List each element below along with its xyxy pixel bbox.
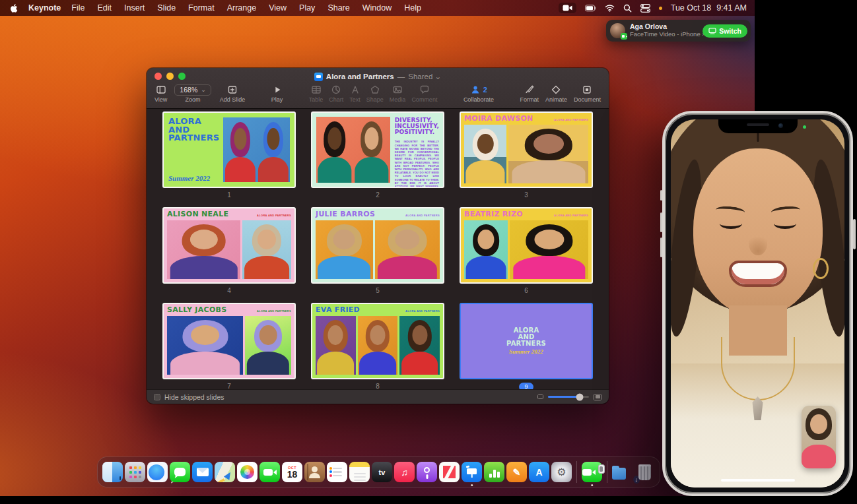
menu-play[interactable]: Play xyxy=(299,3,315,13)
menu-insert[interactable]: Insert xyxy=(124,3,145,13)
dock-downloads-icon[interactable]: ↓ xyxy=(612,462,633,482)
dock-finder-icon[interactable] xyxy=(102,462,123,482)
menu-view[interactable]: View xyxy=(269,3,287,13)
facetime-video-badge-icon xyxy=(621,33,627,40)
toolbar-text[interactable]: Text xyxy=(349,84,360,103)
menu-file[interactable]: File xyxy=(71,3,85,13)
shared-menu[interactable]: Shared ⌄ xyxy=(408,72,441,81)
shirt xyxy=(513,256,585,279)
dock-pages-icon[interactable]: ✎ xyxy=(506,462,527,482)
shirt xyxy=(512,160,585,183)
slider-knob[interactable] xyxy=(576,393,584,400)
slide-thumbnail-4[interactable]: ALISON NEALEALORA AND PARTNERS xyxy=(162,207,296,284)
slide-thumbnail-6[interactable]: BEATRIZ RIZOALORA AND PARTNERS xyxy=(460,207,593,284)
control-center-icon[interactable] xyxy=(640,4,650,13)
person xyxy=(242,220,291,279)
menu-window[interactable]: Window xyxy=(362,3,392,13)
large-thumbnails-icon[interactable] xyxy=(594,394,601,400)
toolbar-view[interactable]: View xyxy=(154,84,167,103)
menu-help[interactable]: Help xyxy=(404,3,421,13)
slide-thumbnail-3[interactable]: MOIRA DAWSONALORA AND PARTNERS xyxy=(460,111,593,188)
shirt xyxy=(244,256,289,279)
toolbar-table[interactable]: Table xyxy=(309,84,324,103)
menu-arrange[interactable]: Arrange xyxy=(227,3,256,13)
slide-thumbnail-1[interactable]: ALORA AND PARTNERSSummer 2022 xyxy=(162,111,296,188)
screen-video-icon[interactable] xyxy=(559,3,576,13)
dock-launchpad-icon[interactable] xyxy=(125,462,145,482)
dock-facetime-iphone-icon[interactable] xyxy=(582,462,602,482)
face xyxy=(364,127,378,150)
slide-number: 6 xyxy=(524,287,528,295)
toolbar-zoom[interactable]: 168%⌄Zoom xyxy=(174,84,211,103)
play-icon xyxy=(273,84,282,96)
hide-skipped-checkbox[interactable] xyxy=(154,394,160,400)
toolbar-animate[interactable]: Animate xyxy=(545,84,567,103)
wifi-icon[interactable] xyxy=(605,4,615,12)
menu-status-area: Tue Oct 189:41 AM xyxy=(559,3,747,13)
shirt xyxy=(359,352,396,375)
shirt xyxy=(466,256,506,279)
slide-photo xyxy=(245,316,291,375)
dock-notes-icon[interactable] xyxy=(349,462,370,482)
shirt xyxy=(401,352,438,375)
dock-mail-icon[interactable] xyxy=(192,462,213,482)
face xyxy=(191,325,220,345)
menu-clock[interactable]: Tue Oct 189:41 AM xyxy=(671,3,747,13)
toolbar-play[interactable]: Play xyxy=(271,84,283,103)
chevron-down-icon: ⌄ xyxy=(201,86,206,94)
menu-format[interactable]: Format xyxy=(188,3,215,13)
slide-title: SALLY JACOBS xyxy=(167,307,226,314)
battery-icon[interactable] xyxy=(585,5,596,12)
toolbar-document[interactable]: Document xyxy=(574,84,601,103)
slide-thumbnail-5[interactable]: JULIE BARROSALORA AND PARTNERS xyxy=(311,207,444,284)
dock-music-icon[interactable]: ♫ xyxy=(394,462,415,482)
toolbar-collaborate[interactable]: 2Collaborate xyxy=(463,84,494,103)
dock-apple-tv-icon[interactable]: tv xyxy=(372,462,392,482)
dock-system-settings-icon[interactable]: ⚙ xyxy=(551,462,572,482)
dock-podcasts-icon[interactable] xyxy=(417,462,437,482)
dock-photos-icon[interactable] xyxy=(237,462,257,482)
window-bottom-bar: Hide skipped slides xyxy=(147,389,609,404)
dock-separator xyxy=(607,461,607,483)
shape-icon xyxy=(370,84,380,96)
small-thumbnails-icon[interactable] xyxy=(537,394,543,399)
facetime-notification[interactable]: Aga Orlova FaceTime Video - iPhone › Swi… xyxy=(606,20,751,42)
dock-numbers-icon[interactable] xyxy=(484,462,504,482)
menu-slide[interactable]: Slide xyxy=(157,3,176,13)
slide-thumbnail-7[interactable]: SALLY JACOBSALORA AND PARTNERS xyxy=(162,303,296,379)
dock-contacts-icon[interactable] xyxy=(304,462,325,482)
toolbar-add-slide[interactable]: Add Slide xyxy=(220,84,246,103)
thumbnail-size-slider[interactable] xyxy=(548,396,589,398)
dock-calendar-icon[interactable]: OCT18 xyxy=(282,462,302,482)
dock-messages-icon[interactable] xyxy=(170,462,190,482)
slide-cell: JULIE BARROSALORA AND PARTNERS5 xyxy=(311,207,444,296)
dock-reminders-icon[interactable] xyxy=(327,462,347,482)
slide-body-text: THE INDUSTRY IS FINALLY CHANGING FOR THE… xyxy=(395,140,439,188)
dock-keynote-icon[interactable] xyxy=(462,462,482,482)
hide-skipped-label: Hide skipped slides xyxy=(164,393,224,401)
toolbar-media[interactable]: Media xyxy=(390,84,406,103)
notification-subtitle: FaceTime Video - iPhone › xyxy=(630,31,698,38)
slide-thumbnail-8[interactable]: EVA FRIEDALORA AND PARTNERS xyxy=(311,303,444,379)
dock-maps-icon[interactable] xyxy=(215,462,235,482)
menu-share[interactable]: Share xyxy=(327,3,349,13)
search-icon[interactable] xyxy=(623,4,632,13)
toolbar-chart[interactable]: Chart xyxy=(329,84,343,103)
menu-app-name[interactable]: Keynote xyxy=(28,3,61,13)
toolbar-comment[interactable]: Comment xyxy=(411,84,437,103)
dock-facetime-icon[interactable] xyxy=(259,462,280,482)
switch-button[interactable]: Switch xyxy=(703,24,747,38)
toolbar-shape[interactable]: Shape xyxy=(366,84,384,103)
dock-app-store-icon[interactable]: A xyxy=(529,462,549,482)
dock-trash-icon[interactable] xyxy=(634,462,655,482)
menu-edit[interactable]: Edit xyxy=(97,3,112,13)
apple-menu-icon[interactable] xyxy=(9,3,18,13)
slide-title: ALISON NEALE xyxy=(167,211,228,218)
slide-number: 1 xyxy=(227,191,231,199)
toolbar-format[interactable]: Format xyxy=(520,84,539,103)
keynote-window: Alora and Partners — Shared ⌄ View168%⌄Z… xyxy=(147,68,609,404)
dock-safari-icon[interactable] xyxy=(147,462,168,482)
dock-news-icon[interactable] xyxy=(439,462,460,482)
slide-thumbnail-9[interactable]: ALORA AND PARTNERSSummer 2022 xyxy=(460,303,593,379)
slide-thumbnail-2[interactable]: DIVERSITY, INCLUSIVITY, POSITIVITY.THE I… xyxy=(311,111,444,188)
